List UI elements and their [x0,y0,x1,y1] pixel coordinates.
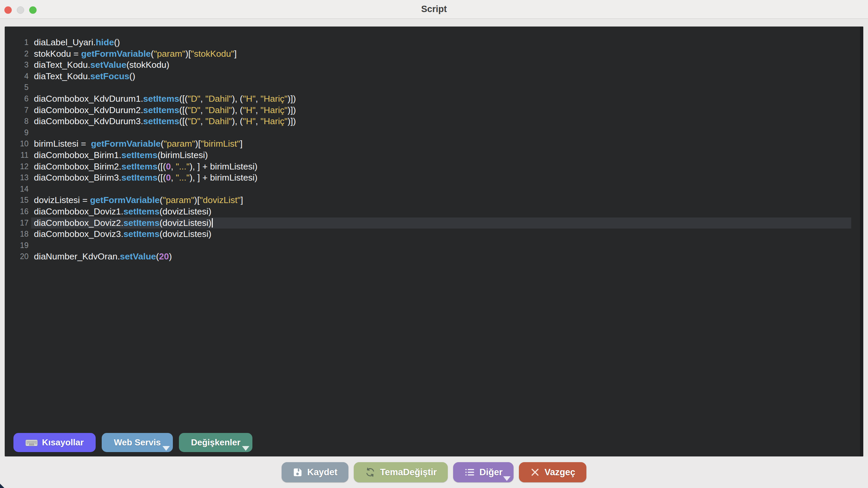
code-token-plain: )[ [194,195,200,205]
line-content[interactable] [31,240,851,251]
line-content[interactable]: diaCombobox_Doviz1.setItems(dovizListesi… [31,206,851,217]
code-token-string: "D" [188,116,200,126]
web-servis-button[interactable]: Web Servis [102,433,173,452]
diger-label: Diğer [479,467,502,478]
code-token-plain: diaText_Kodu. [34,60,90,70]
editor-scrollbar-track[interactable] [860,27,863,456]
code-line[interactable]: 17diaCombobox_Doviz2.setItems(dovizListe… [5,217,860,229]
code-line[interactable]: 8diaCombobox_KdvDurum3.setItems([("D", "… [5,116,860,127]
code-editor[interactable]: 1diaLabel_Uyari.hide()2stokKodu = getFor… [5,27,863,456]
code-token-plain: ), ( [232,116,243,126]
code-token-plain: birimListesi = [34,139,91,149]
code-token-plain: , [171,173,176,183]
line-content[interactable]: diaCombobox_Doviz3.setItems(dovizListesi… [31,228,851,240]
code-line[interactable]: 14 [5,184,860,195]
line-number: 1 [5,37,29,48]
line-content[interactable]: diaCombobox_Birim3.setItems([(0, "..."),… [31,172,851,184]
line-content[interactable] [31,184,851,195]
window-title: Script [421,4,447,14]
line-content[interactable]: diaLabel_Uyari.hide() [31,37,851,48]
code-line[interactable]: 20diaNumber_KdvOran.setValue(20) [5,251,860,263]
code-line[interactable]: 16diaCombobox_Doviz1.setItems(dovizListe… [5,206,860,217]
code-token-string: "dovizList" [200,195,241,205]
line-content[interactable]: diaNumber_KdvOran.setValue(20) [31,251,851,263]
line-content[interactable]: diaCombobox_Birim2.setItems([(0, "..."),… [31,161,851,173]
line-content[interactable] [31,82,851,93]
zoom-window-button[interactable] [29,6,37,14]
code-token-plain: diaCombobox_KdvDurum1. [34,94,143,104]
line-content[interactable]: diaCombobox_KdvDurum3.setItems([("D", "D… [31,116,851,127]
line-content[interactable]: diaCombobox_KdvDurum1.setItems([("D", "D… [31,93,851,105]
code-token-string: "H" [243,116,255,126]
code-token-plain: diaCombobox_KdvDurum2. [34,105,143,115]
code-token-plain: , [200,94,206,104]
minimize-window-button[interactable] [17,6,24,14]
line-content[interactable]: diaText_Kodu.setValue(stokKodu) [31,59,851,71]
footer-bar: Kaydet TemaDeğiştir Diğer [0,456,868,488]
code-token-plain: stokKodu = [34,49,81,59]
code-line[interactable]: 15dovizListesi = getFormVariable("param"… [5,195,860,206]
kisayollar-button[interactable]: Kısayollar [13,433,96,452]
code-line[interactable]: 1diaLabel_Uyari.hide() [5,37,860,48]
code-token-plain: dovizListesi = [34,195,90,205]
code-token-function: setFocus [90,71,129,81]
keyboard-icon [26,439,38,447]
code-token-string: "D" [188,94,200,104]
code-token-string: "Dahil" [206,94,232,104]
code-token-plain: )]) [288,116,296,126]
code-token-plain: )]) [288,94,296,104]
line-content[interactable]: birimListesi = getFormVariable("param")[… [31,138,851,150]
line-number: 7 [5,105,29,116]
diger-button[interactable]: Diğer [453,462,514,482]
code-area[interactable]: 1diaLabel_Uyari.hide()2stokKodu = getFor… [5,37,860,263]
code-line[interactable]: 11diaCombobox_Birim1.setItems(birimListe… [5,150,860,161]
code-token-plain: ), ] + birimListesi) [190,161,257,172]
titlebar: Script [0,0,868,19]
line-content[interactable] [31,127,851,139]
line-content[interactable]: diaCombobox_Birim1.setItems(birimListesi… [31,150,851,161]
code-line[interactable]: 19 [5,240,860,251]
code-token-function: setItems [122,161,158,172]
line-content[interactable]: diaCombobox_Doviz2.setItems(dovizListesi… [31,217,851,229]
code-token-string: "Hariç" [260,116,288,126]
code-line[interactable]: 6diaCombobox_KdvDurum1.setItems([("D", "… [5,93,860,105]
line-number: 10 [5,138,29,150]
code-line[interactable]: 2stokKodu = getFormVariable("param")["st… [5,48,860,60]
code-line[interactable]: 10birimListesi = getFormVariable("param"… [5,138,860,150]
code-token-string: "Hariç" [260,94,288,104]
tema-degistir-label: TemaDeğiştir [380,467,437,478]
code-token-plain: diaCombobox_Doviz1. [34,206,124,216]
degiskenler-button[interactable]: Değişkenler [179,433,252,452]
code-token-plain: , [171,161,176,172]
code-token-function: setItems [122,150,158,160]
code-line[interactable]: 4diaText_Kodu.setFocus() [5,71,860,82]
line-content[interactable]: dovizListesi = getFormVariable("param")[… [31,195,851,206]
vazgec-button[interactable]: Vazgeç [519,462,586,482]
list-icon [464,467,475,478]
code-token-plain: ( [161,139,164,149]
code-line[interactable]: 12diaCombobox_Birim2.setItems([(0, "..."… [5,161,860,173]
code-line[interactable]: 9 [5,127,860,139]
code-token-plain: , [200,116,206,126]
code-token-function: setValue [90,60,127,70]
code-token-plain: ), ( [232,94,243,104]
code-line[interactable]: 7diaCombobox_KdvDurum2.setItems([("D", "… [5,105,860,116]
line-content[interactable]: diaText_Kodu.setFocus() [31,71,851,82]
chevron-down-icon [162,446,170,451]
code-token-plain: () [114,37,120,47]
code-line[interactable]: 5 [5,82,860,93]
line-content[interactable]: diaCombobox_KdvDurum2.setItems([("D", "D… [31,105,851,116]
code-line[interactable]: 3diaText_Kodu.setValue(stokKodu) [5,59,860,71]
close-window-button[interactable] [4,6,12,14]
code-line[interactable]: 13diaCombobox_Birim3.setItems([(0, "..."… [5,172,860,184]
code-token-plain: diaText_Kodu. [34,71,90,81]
code-line[interactable]: 18diaCombobox_Doviz3.setItems(dovizListe… [5,228,860,240]
code-token-function: getFormVariable [90,195,160,205]
code-token-plain: ([( [179,116,188,126]
code-token-string: "..." [176,161,190,172]
kaydet-button[interactable]: Kaydet [282,462,348,482]
code-token-function: setItems [124,218,160,228]
code-token-string: "..." [176,173,190,183]
tema-degistir-button[interactable]: TemaDeğiştir [354,462,448,482]
line-content[interactable]: stokKodu = getFormVariable("param")["sto… [31,48,851,60]
